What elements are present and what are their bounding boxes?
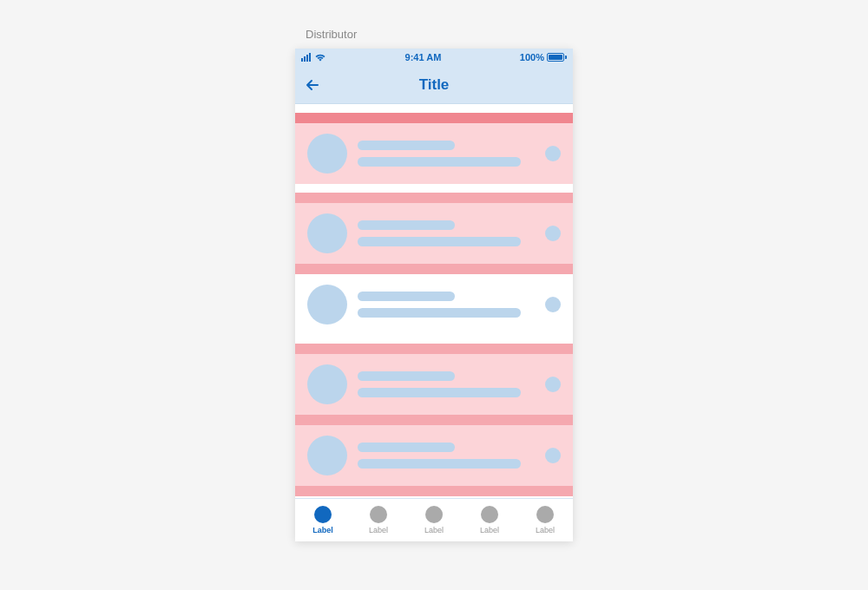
- signal-icon: [301, 53, 311, 62]
- tab-icon: [425, 506, 443, 523]
- tab-item-4[interactable]: Label: [462, 499, 517, 541]
- avatar: [307, 134, 347, 174]
- action-icon[interactable]: [545, 448, 561, 463]
- list-item-text: [358, 141, 535, 167]
- section-header: [295, 193, 573, 203]
- action-icon[interactable]: [545, 226, 561, 241]
- device-frame: 9:41 AM 100% Title: [295, 49, 573, 541]
- tab-item-2[interactable]: Label: [351, 499, 406, 541]
- list-item[interactable]: [295, 274, 573, 335]
- tab-icon: [481, 506, 498, 523]
- tab-label: Label: [536, 526, 555, 534]
- battery-percent: 100%: [520, 52, 544, 62]
- status-time: 9:41 AM: [405, 52, 442, 62]
- action-icon[interactable]: [545, 377, 561, 392]
- list-item[interactable]: [295, 354, 573, 415]
- tab-icon: [536, 506, 554, 523]
- section-header: [295, 415, 573, 425]
- section-header: [295, 486, 573, 496]
- section-header: [295, 344, 573, 354]
- list-item-text: [358, 292, 535, 318]
- list-item[interactable]: [295, 425, 573, 486]
- battery-icon: [547, 53, 567, 62]
- page-title: Title: [419, 76, 450, 94]
- section-header: [295, 264, 573, 274]
- tab-icon: [370, 506, 387, 523]
- tab-icon: [314, 506, 332, 523]
- list-content[interactable]: [295, 104, 573, 498]
- wifi-icon: [314, 53, 326, 62]
- tab-label: Label: [424, 526, 444, 534]
- avatar: [307, 364, 347, 404]
- list-item[interactable]: [295, 203, 573, 264]
- tab-bar: Label Label Label Label Label: [295, 498, 573, 541]
- tab-item-1[interactable]: Label: [295, 499, 351, 541]
- tab-item-3[interactable]: Label: [406, 499, 462, 541]
- tab-label: Label: [312, 526, 333, 534]
- list-item-text: [358, 371, 535, 397]
- avatar: [307, 436, 347, 475]
- list-item[interactable]: [295, 123, 573, 184]
- section-header: [295, 113, 573, 123]
- action-icon[interactable]: [545, 297, 561, 312]
- back-button[interactable]: [304, 66, 321, 103]
- tab-item-5[interactable]: Label: [517, 499, 573, 541]
- arrow-left-icon: [304, 76, 321, 94]
- list-item-text: [358, 220, 535, 246]
- action-icon[interactable]: [545, 146, 561, 161]
- list-item-text: [358, 442, 535, 469]
- avatar: [307, 285, 347, 324]
- tab-label: Label: [480, 526, 499, 534]
- frame-label: Distributor: [306, 28, 357, 41]
- avatar: [307, 213, 347, 253]
- tab-label: Label: [369, 526, 388, 534]
- status-bar: 9:41 AM 100%: [295, 49, 573, 66]
- nav-bar: Title: [295, 66, 573, 104]
